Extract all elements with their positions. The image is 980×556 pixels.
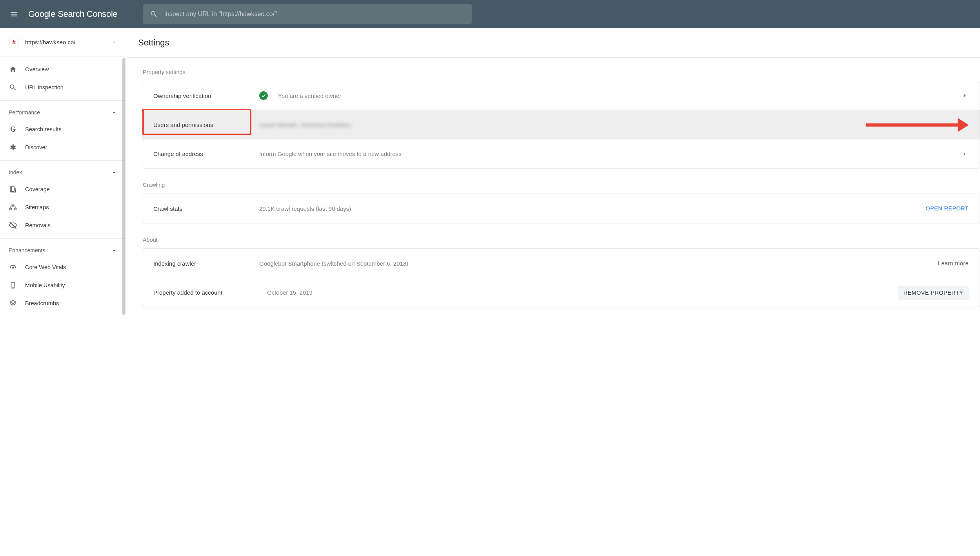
sidebar-item-overview[interactable]: Overview xyxy=(0,60,126,78)
speed-icon xyxy=(9,263,17,272)
row-label: Users and permissions xyxy=(153,121,259,128)
remove-property-button[interactable]: REMOVE PROPERTY xyxy=(898,286,969,300)
card-property-settings: Ownership verification You are a verifie… xyxy=(142,81,980,168)
sidebar-section-label: Enhancements xyxy=(9,247,45,254)
page-title-bar: Settings xyxy=(126,28,980,57)
url-inspect-search[interactable] xyxy=(143,4,472,24)
coverage-icon xyxy=(9,185,17,194)
row-indexing-crawler: Indexing crawler Googlebot Smartphone (s… xyxy=(142,249,980,278)
svg-rect-0 xyxy=(10,187,14,192)
sidebar-item-removals[interactable]: Removals xyxy=(0,216,126,234)
property-favicon: h xyxy=(9,38,19,47)
hamburger-icon xyxy=(10,10,18,18)
sidebar-item-label: Sitemaps xyxy=(25,204,49,210)
sidebar-item-label: Mobile Usability xyxy=(25,282,65,288)
page-title: Settings xyxy=(138,38,169,48)
row-value: October 15, 2019 xyxy=(267,289,898,296)
section-label-about: About xyxy=(142,237,980,243)
row-label: Crawl stats xyxy=(153,205,259,212)
svg-point-4 xyxy=(13,267,14,268)
row-label: Change of address xyxy=(153,150,259,157)
sidebar-item-url-inspection[interactable]: URL inspection xyxy=(0,78,126,96)
chevron-right-icon xyxy=(961,92,969,100)
sidebar-item-label: Core Web Vitals xyxy=(25,264,66,270)
sidebar-section-performance[interactable]: Performance xyxy=(0,105,126,120)
svg-point-6 xyxy=(13,287,13,288)
home-icon xyxy=(9,65,17,74)
chevron-down-icon xyxy=(112,40,116,45)
row-value: Inform Google when your site moves to a … xyxy=(259,150,961,157)
search-icon xyxy=(150,10,158,18)
row-value: You are a verified owner xyxy=(278,92,961,99)
sidebar-item-label: Discover xyxy=(25,144,47,150)
sidebar-item-discover[interactable]: ✱ Discover xyxy=(0,138,126,156)
sidebar-item-sitemaps[interactable]: Sitemaps xyxy=(0,198,126,216)
layers-icon xyxy=(9,299,17,308)
logo-app-name: Search Console xyxy=(58,9,117,19)
sidebar-section-label: Performance xyxy=(9,109,40,116)
check-circle-icon xyxy=(259,91,268,100)
open-report-button[interactable]: OPEN REPORT xyxy=(925,205,969,212)
sidebar-item-label: Removals xyxy=(25,222,50,228)
row-users-and-permissions[interactable]: Users and permissions Laurel Stewart, Vi… xyxy=(142,110,980,139)
row-property-added: Property added to account October 15, 20… xyxy=(142,278,980,307)
sidebar-item-search-results[interactable]: G Search results xyxy=(0,120,126,138)
discover-icon: ✱ xyxy=(9,143,17,152)
row-value: Laurel Stewart, Victorious Analytics xyxy=(259,121,961,128)
sidebar-scrollbar[interactable] xyxy=(122,58,125,315)
svg-rect-2 xyxy=(10,208,12,210)
svg-rect-3 xyxy=(14,208,16,210)
row-ownership-verification[interactable]: Ownership verification You are a verifie… xyxy=(142,81,980,110)
sitemaps-icon xyxy=(9,203,17,212)
sidebar-item-label: Search results xyxy=(25,126,62,132)
google-g-icon: G xyxy=(9,125,17,134)
sidebar-section-label: Index xyxy=(9,169,22,176)
chevron-right-icon xyxy=(961,150,969,158)
sidebar-section-enhancements[interactable]: Enhancements xyxy=(0,243,126,258)
row-label: Ownership verification xyxy=(153,92,259,99)
sidebar-item-breadcrumbs[interactable]: Breadcrumbs xyxy=(0,294,126,312)
chevron-up-icon xyxy=(111,169,117,176)
property-selector[interactable]: h https://hawkseo.co/ xyxy=(0,28,126,56)
card-about: Indexing crawler Googlebot Smartphone (s… xyxy=(142,248,980,307)
app-logo: Google Search Console xyxy=(28,9,118,19)
sidebar-item-label: Breadcrumbs xyxy=(25,300,59,306)
hamburger-menu-button[interactable] xyxy=(6,6,22,22)
sidebar: h https://hawkseo.co/ Overview URL inspe… xyxy=(0,28,126,556)
learn-more-link[interactable]: Learn more xyxy=(938,260,969,266)
removals-icon xyxy=(9,221,17,230)
row-crawl-stats[interactable]: Crawl stats 29.1K crawl requests (last 9… xyxy=(142,194,980,223)
svg-rect-1 xyxy=(12,204,14,206)
row-label: Property added to account xyxy=(153,289,267,296)
card-crawling: Crawl stats 29.1K crawl requests (last 9… xyxy=(142,194,980,223)
url-inspect-input[interactable] xyxy=(164,11,465,18)
sidebar-item-label: Coverage xyxy=(25,186,50,192)
sidebar-item-core-web-vitals[interactable]: Core Web Vitals xyxy=(0,258,126,276)
row-change-of-address[interactable]: Change of address Inform Google when you… xyxy=(142,139,980,168)
property-url: https://hawkseo.co/ xyxy=(25,39,75,45)
logo-google: Google xyxy=(28,9,55,19)
mobile-icon xyxy=(9,281,17,290)
main-content: Settings Property settings Ownership ver… xyxy=(126,28,980,556)
sidebar-section-index[interactable]: Index xyxy=(0,165,126,180)
sidebar-item-label: URL inspection xyxy=(25,84,64,91)
row-value: Googlebot Smartphone (switched on Septem… xyxy=(259,260,938,267)
search-icon xyxy=(9,83,17,92)
row-value: 29.1K crawl requests (last 90 days) xyxy=(259,205,925,212)
chevron-up-icon xyxy=(111,109,117,116)
sidebar-item-mobile-usability[interactable]: Mobile Usability xyxy=(0,276,126,294)
chevron-up-icon xyxy=(111,247,117,254)
sidebar-item-coverage[interactable]: Coverage xyxy=(0,180,126,198)
row-label: Indexing crawler xyxy=(153,260,259,267)
section-label-crawling: Crawling xyxy=(142,182,980,188)
chevron-right-icon xyxy=(961,121,969,129)
section-label-property-settings: Property settings xyxy=(142,69,980,75)
sidebar-item-label: Overview xyxy=(25,66,49,72)
